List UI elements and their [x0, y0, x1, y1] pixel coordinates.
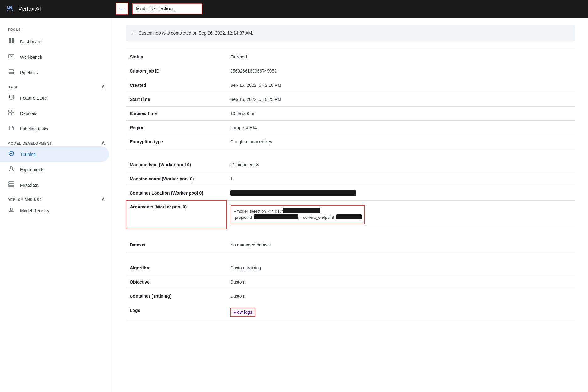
row-value-arguments: --model_selection_dir=gs:// -project-id=…	[226, 200, 575, 229]
svg-rect-3	[9, 41, 11, 43]
feature-store-icon	[8, 94, 15, 102]
row-value-logs: View logs	[226, 303, 575, 321]
svg-rect-10	[12, 113, 14, 115]
app-logo: Vertex AI	[5, 4, 112, 14]
table-row-arguments: Arguments (Worker pool 0) --model_select…	[126, 200, 575, 229]
redacted-service-endpoint	[336, 214, 362, 219]
info-banner: ℹ Custom job was completed on Sep 26, 20…	[126, 25, 575, 41]
redacted-project-id	[254, 214, 298, 219]
back-button[interactable]: ←	[116, 3, 128, 15]
datasets-icon	[8, 109, 15, 117]
info-icon: ℹ	[132, 30, 134, 36]
table-row: Start time Sep 15, 2022, 5:46:25 PM	[126, 92, 575, 107]
args-line2: -project-id= ; --service_endpoint=	[234, 215, 362, 220]
sidebar-item-feature-store[interactable]: Feature Store	[0, 90, 109, 106]
svg-point-15	[10, 208, 12, 210]
deploy-chevron-icon[interactable]: ∧	[101, 196, 105, 202]
table-row: Objective Custom	[126, 275, 575, 289]
row-value-elapsed-time: 10 days 6 hr	[226, 107, 575, 121]
info-banner-message: Custom job was completed on Sep 26, 2022…	[139, 30, 253, 36]
workbench-icon	[8, 53, 15, 61]
row-value-container-training: Custom	[226, 289, 575, 303]
table-row: Region europe-west4	[126, 121, 575, 135]
row-label-objective: Objective	[126, 275, 226, 289]
row-label-dataset: Dataset	[126, 238, 226, 252]
sidebar-label-metadata: Metadata	[20, 183, 38, 188]
row-label-job-id: Custom job ID	[126, 64, 226, 78]
row-label-region: Region	[126, 121, 226, 135]
row-value-job-id: 2563266169066749952	[226, 64, 575, 78]
row-value-objective: Custom	[226, 275, 575, 289]
svg-rect-5	[9, 54, 14, 58]
sidebar-item-experiments[interactable]: Experiments	[0, 162, 109, 177]
table-row: Logs View logs	[126, 303, 575, 321]
sidebar-label-model-registry: Model Registry	[20, 208, 49, 213]
sidebar-label-pipelines: Pipelines	[20, 70, 38, 75]
row-label-arguments: Arguments (Worker pool 0)	[126, 200, 226, 229]
gap-row-2	[126, 229, 575, 238]
app-title: Vertex AI	[18, 6, 41, 12]
sidebar-label-datasets: Datasets	[20, 111, 37, 116]
redacted-container-loc	[230, 190, 356, 196]
sidebar-item-workbench[interactable]: Workbench	[0, 49, 109, 65]
topbar: Vertex AI ←	[0, 0, 588, 18]
details-table: Status Finished Custom job ID 2563266169…	[126, 50, 575, 321]
sidebar-item-pipelines[interactable]: Pipelines	[0, 65, 109, 80]
svg-rect-13	[9, 184, 14, 185]
svg-rect-2	[12, 38, 14, 41]
table-row: Machine count (Worker pool 0) 1	[126, 172, 575, 186]
row-value-created: Sep 15, 2022, 5:42:18 PM	[226, 78, 575, 92]
sidebar-label-workbench: Workbench	[20, 55, 42, 60]
data-section-label: DATA	[8, 83, 18, 90]
svg-rect-14	[9, 185, 14, 187]
table-row: Dataset No managed dataset	[126, 238, 575, 252]
sidebar-item-datasets[interactable]: Datasets	[0, 106, 109, 121]
row-value-algorithm: Custom training	[226, 261, 575, 275]
arguments-value-box: --model_selection_dir=gs:// -project-id=…	[231, 205, 365, 224]
row-label-logs: Logs	[126, 303, 226, 321]
table-row: Container Location (Worker pool 0)	[126, 186, 575, 201]
sidebar-item-model-registry[interactable]: Model Registry	[0, 203, 109, 218]
redacted-gs-path	[283, 208, 320, 213]
sidebar: TOOLS Dashboard Workbench Pipelines DATA…	[0, 18, 113, 392]
row-label-machine-type: Machine type (Worker pool 0)	[126, 158, 226, 172]
row-value-start-time: Sep 15, 2022, 5:46:25 PM	[226, 92, 575, 107]
content-area: ℹ Custom job was completed on Sep 26, 20…	[113, 18, 588, 392]
experiments-icon	[8, 166, 15, 174]
args-line1: --model_selection_dir=gs://	[234, 209, 320, 213]
row-value-machine-type: n1-highmem-8	[226, 158, 575, 172]
model-dev-chevron-icon[interactable]: ∧	[101, 139, 105, 146]
row-value-status: Finished	[226, 50, 575, 64]
model-dev-section-row: MODEL DEVELOPMENT ∧	[0, 136, 113, 146]
table-row: Machine type (Worker pool 0) n1-highmem-…	[126, 158, 575, 172]
row-value-encryption: Google-managed key	[226, 135, 575, 149]
gap-row-3	[126, 252, 575, 261]
table-row: Algorithm Custom training	[126, 261, 575, 275]
table-row: Elapsed time 10 days 6 hr	[126, 107, 575, 121]
sidebar-item-dashboard[interactable]: Dashboard	[0, 34, 109, 49]
model-registry-icon	[8, 207, 15, 214]
view-logs-link[interactable]: View logs	[230, 308, 255, 317]
sidebar-item-training[interactable]: Training	[0, 146, 109, 162]
row-label-status: Status	[126, 50, 226, 64]
row-label-algorithm: Algorithm	[126, 261, 226, 275]
svg-rect-9	[9, 113, 11, 115]
row-label-start-time: Start time	[126, 92, 226, 107]
sidebar-label-feature-store: Feature Store	[20, 96, 47, 101]
svg-rect-1	[9, 38, 11, 41]
data-chevron-icon[interactable]: ∧	[101, 83, 105, 90]
dashboard-icon	[8, 38, 15, 46]
sidebar-item-labeling-tasks[interactable]: Labeling tasks	[0, 121, 109, 136]
page-title-input[interactable]	[132, 3, 202, 14]
sidebar-label-training: Training	[20, 152, 36, 157]
metadata-icon	[8, 181, 15, 189]
training-icon	[8, 150, 15, 158]
row-value-dataset: No managed dataset	[226, 238, 575, 252]
vertex-ai-logo-icon	[5, 4, 15, 14]
row-value-container-loc	[226, 186, 575, 201]
sidebar-item-metadata[interactable]: Metadata	[0, 177, 109, 193]
row-value-machine-count: 1	[226, 172, 575, 186]
labeling-tasks-icon	[8, 125, 15, 133]
main-layout: TOOLS Dashboard Workbench Pipelines DATA…	[0, 18, 588, 392]
row-value-region: europe-west4	[226, 121, 575, 135]
